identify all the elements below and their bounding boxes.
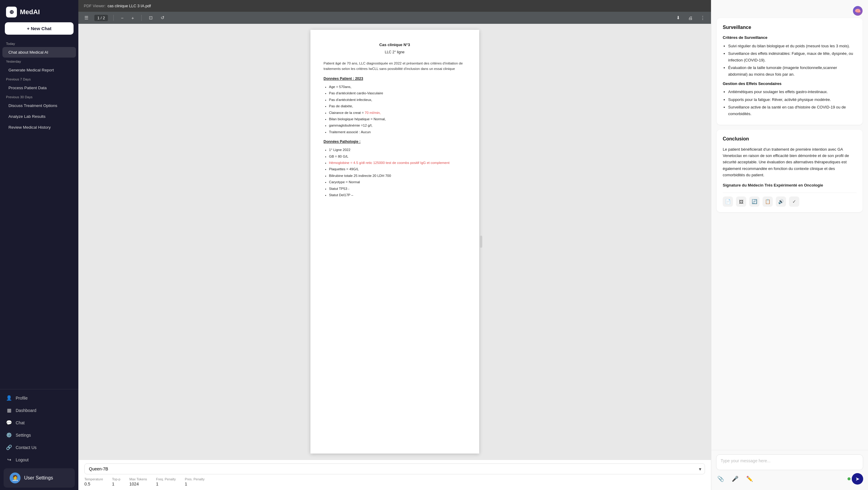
edit-button[interactable]: ✏️ [745,474,754,483]
main-content: PDF Viewer: cas clinique LLC 3 IA.pdf ☰ … [79,0,868,490]
criteres-heading: Critères de Surveillance [723,34,857,41]
pdf-page: Cas clinique N°3 LLC 2° ligne Patient âg… [310,30,479,454]
pdf-header: PDF Viewer: cas clinique LLC 3 IA.pdf [79,0,711,12]
nav-item-chat[interactable]: 💬 Chat [0,417,79,429]
param-topp: Top-p 1 [112,477,121,486]
chat-item-treatment[interactable]: Discuss Treatment Options [2,100,76,111]
mic-button[interactable]: 🎤 [731,474,740,483]
chat-item-lab[interactable]: Analyze Lab Results [2,111,76,122]
user-avatar: 🧑‍⚕️ [10,472,21,483]
param-maxtokens-label: Max Tokens [129,477,147,481]
chat-placeholder: Type your message here... [721,458,771,463]
chat-input-row: 📎 🎤 ✏️ ➤ [716,473,863,485]
list-item: Pas d'antécédent cardio-Vasculaire [329,90,466,96]
action-copy-button[interactable]: 📄 [723,196,733,207]
today-section: Today Chat about Medical AI [0,40,79,58]
chat-item-history[interactable]: Review Medical History [2,122,76,132]
ai-message: Surveillance Critères de Surveillance Su… [717,18,863,125]
gestion-heading: Gestion des Effets Secondaires [723,81,857,87]
chat-input-area: Type your message here... 📎 🎤 ✏️ ➤ [711,450,868,490]
nav-item-profile[interactable]: 👤 Profile [0,392,79,404]
pdf-zoom-out-button[interactable]: − [119,14,125,21]
pdf-toolbar-divider [113,15,114,21]
pdf-zoom-in-button[interactable]: + [130,14,136,21]
pdf-toolbar: ☰ 1 / 2 − + ⊡ ↺ ⬇ 🖨 ⋮ [79,12,711,24]
pdf-menu-button[interactable]: ☰ [83,14,90,21]
list-item: Statut TP53 - [329,186,466,191]
pdf-filename: cas clinique LLC 3 IA.pdf [107,4,151,8]
nav-item-dashboard[interactable]: ▦ Dashboard [0,404,79,417]
model-select[interactable]: Queen-7B GPT-4 Llama-3 [84,463,705,474]
new-chat-button[interactable]: + New Chat [5,22,73,35]
surveillance-title: Surveillance [723,24,857,31]
action-clipboard-button[interactable]: 📋 [763,196,773,207]
list-item: Surveillance active de la santé en cas d… [728,104,857,117]
action-audio-button[interactable]: 🔊 [776,196,786,207]
list-item: Antiémétiques pour soulager les effets g… [728,89,857,95]
param-topp-label: Top-p [112,477,121,481]
nav-label-chat: Chat [16,420,25,425]
action-image-button[interactable]: 🖼 [736,196,746,207]
chat-input-box[interactable]: Type your message here... [716,454,863,470]
param-temperature-label: Temperature [84,477,103,481]
pdf-more-button[interactable]: ⋮ [699,14,707,21]
gestion-list: Antiémétiques pour soulager les effets g… [728,89,857,117]
pdf-fit-button[interactable]: ⊡ [147,14,155,21]
param-freqpenalty: Freq. Penalty 1 [156,477,176,486]
chat-item-medical-ai[interactable]: Chat about Medical AI [2,47,76,58]
profile-icon: 👤 [6,395,12,401]
param-prespenalty-label: Pres. Penalty [185,477,204,481]
pdf-download-button[interactable]: ⬇ [675,14,682,21]
nav-item-settings[interactable]: ⚙️ Settings [0,429,79,441]
list-item: Traitement associé : Aucun [329,129,466,135]
app-name: MedAI [20,8,40,16]
nav-item-logout[interactable]: ↪ Logout [0,454,79,466]
pdf-title: Cas clinique N°3 [324,42,466,48]
send-button[interactable]: ➤ [852,473,863,485]
pdf-settings: Queen-7B GPT-4 Llama-3 Temperature 0.5 T… [79,460,711,490]
model-dropdown[interactable]: Queen-7B GPT-4 Llama-3 [84,463,705,474]
pdf-viewer-label: PDF Viewer: [84,4,106,8]
list-item: GB = 80 G/L [329,154,466,159]
patho-data-list: 1° Ligne 2022 GB = 80 G/L Hémoglobine = … [329,147,466,198]
app-logo: ⊕ MedAI [0,0,79,22]
param-prespenalty: Pres. Penalty 1 [185,477,204,486]
sidebar: ⊕ MedAI + New Chat Today Chat about Medi… [0,0,79,490]
settings-icon: ⚙️ [6,432,12,438]
list-item: Pas d'antécédent infectieux, [329,97,466,102]
list-item: Bilirubine totale 25 indirecte 20 LDH 70… [329,173,466,178]
pdf-rotate-button[interactable]: ↺ [159,14,166,21]
prev30-label: Previous 30 Days [0,93,79,100]
pdf-toolbar-divider2 [141,15,142,21]
chat-messages[interactable]: 🧠 Surveillance Critères de Surveillance … [711,0,868,450]
model-selector-row: Queen-7B GPT-4 Llama-3 [84,463,705,474]
today-label: Today [0,40,79,47]
hemoglobine-highlight: Hémoglobine = 4.5 g/dl retic 125000 test… [329,161,450,164]
message-actions: 📄 🖼 🔄 📋 🔊 ✓ [723,192,857,207]
nav-label-settings: Settings [16,433,31,437]
dashboard-icon: ▦ [6,407,12,413]
chat-item-gen-report[interactable]: Generate Medical Report [2,65,76,75]
pdf-panel: PDF Viewer: cas clinique LLC 3 IA.pdf ☰ … [79,0,711,490]
pdf-subtitle: LLC 2° ligne [324,50,466,55]
nav-label-dashboard: Dashboard [16,408,36,413]
action-refresh-button[interactable]: 🔄 [749,196,760,207]
pdf-resize-handle[interactable] [480,236,482,248]
user-settings-button[interactable]: 🧑‍⚕️ User Settings [4,468,75,488]
action-check-button[interactable]: ✓ [789,196,799,207]
pdf-intro: Patient âgé de 70 ans, LLC diagnostiquée… [324,61,466,72]
chat-item-process-data[interactable]: Process Patient Data [2,83,76,93]
pdf-print-button[interactable]: 🖨 [686,14,694,21]
pdf-content[interactable]: Cas clinique N°3 LLC 2° ligne Patient âg… [79,24,711,460]
nav-label-contact: Contact Us [16,445,36,450]
list-item: gammaglobulinémie =12 g/l, [329,123,466,128]
conclusion-message: Conclusion Le patient bénéficierait d'un… [717,130,863,212]
conclusion-text: Le patient bénéficierait d'un traitement… [723,146,857,178]
prev30-section: Previous 30 Days Discuss Treatment Optio… [0,93,79,133]
input-tools: 📎 🎤 ✏️ [716,474,754,483]
nav-label-profile: Profile [16,396,28,400]
attach-button[interactable]: 📎 [716,474,725,483]
sidebar-bottom: 👤 Profile ▦ Dashboard 💬 Chat ⚙️ Settings… [0,389,79,490]
list-item: Age = 570ans, [329,84,466,90]
nav-item-contact[interactable]: 🔗 Contact Us [0,441,79,454]
